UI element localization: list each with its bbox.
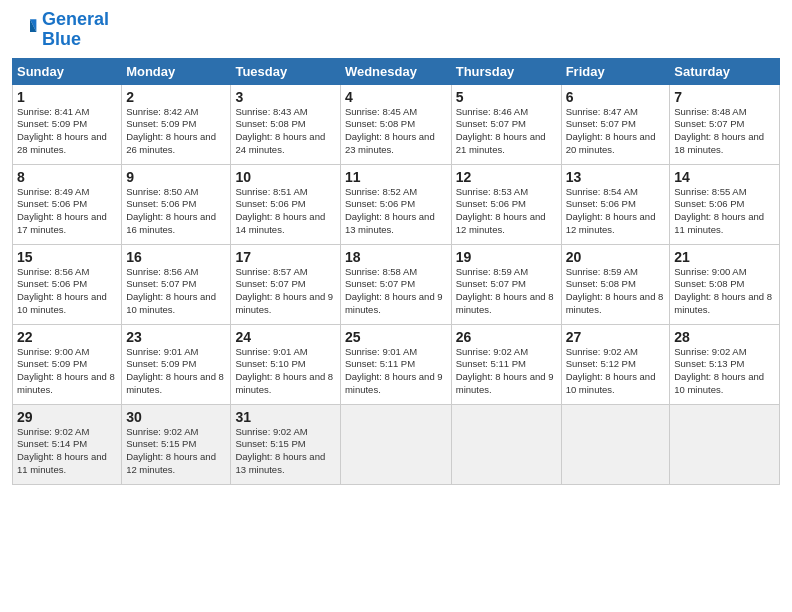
day-info: Sunrise: 8:41 AMSunset: 5:09 PMDaylight:… [17,106,107,155]
day-cell: 18Sunrise: 8:58 AMSunset: 5:07 PMDayligh… [340,244,451,324]
day-info: Sunrise: 8:45 AMSunset: 5:08 PMDaylight:… [345,106,435,155]
day-number: 30 [126,409,226,425]
calendar-table: SundayMondayTuesdayWednesdayThursdayFrid… [12,58,780,485]
day-number: 9 [126,169,226,185]
logo-text: General Blue [42,10,109,50]
day-number: 26 [456,329,557,345]
day-number: 31 [235,409,335,425]
week-row-3: 15Sunrise: 8:56 AMSunset: 5:06 PMDayligh… [13,244,780,324]
day-cell: 8Sunrise: 8:49 AMSunset: 5:06 PMDaylight… [13,164,122,244]
days-header-row: SundayMondayTuesdayWednesdayThursdayFrid… [13,58,780,84]
day-cell: 4Sunrise: 8:45 AMSunset: 5:08 PMDaylight… [340,84,451,164]
day-number: 27 [566,329,666,345]
day-number: 3 [235,89,335,105]
day-cell: 25Sunrise: 9:01 AMSunset: 5:11 PMDayligh… [340,324,451,404]
calendar-body: 1Sunrise: 8:41 AMSunset: 5:09 PMDaylight… [13,84,780,484]
day-cell: 21Sunrise: 9:00 AMSunset: 5:08 PMDayligh… [670,244,780,324]
day-cell: 17Sunrise: 8:57 AMSunset: 5:07 PMDayligh… [231,244,340,324]
day-number: 19 [456,249,557,265]
day-info: Sunrise: 8:49 AMSunset: 5:06 PMDaylight:… [17,186,107,235]
day-cell: 12Sunrise: 8:53 AMSunset: 5:06 PMDayligh… [451,164,561,244]
day-cell: 15Sunrise: 8:56 AMSunset: 5:06 PMDayligh… [13,244,122,324]
day-number: 25 [345,329,447,345]
day-header-thursday: Thursday [451,58,561,84]
day-info: Sunrise: 8:48 AMSunset: 5:07 PMDaylight:… [674,106,764,155]
day-info: Sunrise: 8:57 AMSunset: 5:07 PMDaylight:… [235,266,333,315]
day-cell: 20Sunrise: 8:59 AMSunset: 5:08 PMDayligh… [561,244,670,324]
day-number: 29 [17,409,117,425]
day-info: Sunrise: 8:56 AMSunset: 5:07 PMDaylight:… [126,266,216,315]
day-info: Sunrise: 9:02 AMSunset: 5:11 PMDaylight:… [456,346,554,395]
day-info: Sunrise: 8:43 AMSunset: 5:08 PMDaylight:… [235,106,325,155]
day-cell: 23Sunrise: 9:01 AMSunset: 5:09 PMDayligh… [122,324,231,404]
week-row-5: 29Sunrise: 9:02 AMSunset: 5:14 PMDayligh… [13,404,780,484]
day-cell: 6Sunrise: 8:47 AMSunset: 5:07 PMDaylight… [561,84,670,164]
logo-general: General [42,9,109,29]
day-number: 8 [17,169,117,185]
day-info: Sunrise: 8:56 AMSunset: 5:06 PMDaylight:… [17,266,107,315]
day-header-tuesday: Tuesday [231,58,340,84]
day-cell: 26Sunrise: 9:02 AMSunset: 5:11 PMDayligh… [451,324,561,404]
day-cell: 14Sunrise: 8:55 AMSunset: 5:06 PMDayligh… [670,164,780,244]
day-cell [451,404,561,484]
day-cell: 31Sunrise: 9:02 AMSunset: 5:15 PMDayligh… [231,404,340,484]
day-cell: 19Sunrise: 8:59 AMSunset: 5:07 PMDayligh… [451,244,561,324]
day-info: Sunrise: 8:46 AMSunset: 5:07 PMDaylight:… [456,106,546,155]
day-number: 21 [674,249,775,265]
day-cell [340,404,451,484]
day-cell: 1Sunrise: 8:41 AMSunset: 5:09 PMDaylight… [13,84,122,164]
logo-icon [14,16,38,40]
day-number: 15 [17,249,117,265]
day-number: 6 [566,89,666,105]
day-cell: 29Sunrise: 9:02 AMSunset: 5:14 PMDayligh… [13,404,122,484]
day-cell: 3Sunrise: 8:43 AMSunset: 5:08 PMDaylight… [231,84,340,164]
week-row-1: 1Sunrise: 8:41 AMSunset: 5:09 PMDaylight… [13,84,780,164]
day-info: Sunrise: 8:54 AMSunset: 5:06 PMDaylight:… [566,186,656,235]
day-info: Sunrise: 9:01 AMSunset: 5:11 PMDaylight:… [345,346,443,395]
day-info: Sunrise: 8:50 AMSunset: 5:06 PMDaylight:… [126,186,216,235]
day-number: 7 [674,89,775,105]
day-number: 1 [17,89,117,105]
day-cell [670,404,780,484]
day-info: Sunrise: 9:02 AMSunset: 5:15 PMDaylight:… [235,426,325,475]
day-info: Sunrise: 8:51 AMSunset: 5:06 PMDaylight:… [235,186,325,235]
day-info: Sunrise: 9:00 AMSunset: 5:08 PMDaylight:… [674,266,772,315]
day-info: Sunrise: 9:02 AMSunset: 5:13 PMDaylight:… [674,346,764,395]
day-number: 10 [235,169,335,185]
day-header-friday: Friday [561,58,670,84]
day-cell: 22Sunrise: 9:00 AMSunset: 5:09 PMDayligh… [13,324,122,404]
day-number: 17 [235,249,335,265]
day-number: 11 [345,169,447,185]
day-info: Sunrise: 9:01 AMSunset: 5:10 PMDaylight:… [235,346,333,395]
day-info: Sunrise: 9:02 AMSunset: 5:14 PMDaylight:… [17,426,107,475]
day-number: 4 [345,89,447,105]
day-info: Sunrise: 9:02 AMSunset: 5:12 PMDaylight:… [566,346,656,395]
day-cell: 10Sunrise: 8:51 AMSunset: 5:06 PMDayligh… [231,164,340,244]
day-number: 12 [456,169,557,185]
day-number: 23 [126,329,226,345]
day-cell: 7Sunrise: 8:48 AMSunset: 5:07 PMDaylight… [670,84,780,164]
day-info: Sunrise: 8:55 AMSunset: 5:06 PMDaylight:… [674,186,764,235]
day-cell: 2Sunrise: 8:42 AMSunset: 5:09 PMDaylight… [122,84,231,164]
day-number: 5 [456,89,557,105]
day-cell: 5Sunrise: 8:46 AMSunset: 5:07 PMDaylight… [451,84,561,164]
day-cell: 30Sunrise: 9:02 AMSunset: 5:15 PMDayligh… [122,404,231,484]
day-header-wednesday: Wednesday [340,58,451,84]
day-number: 22 [17,329,117,345]
week-row-4: 22Sunrise: 9:00 AMSunset: 5:09 PMDayligh… [13,324,780,404]
day-info: Sunrise: 9:00 AMSunset: 5:09 PMDaylight:… [17,346,115,395]
day-number: 20 [566,249,666,265]
day-cell [561,404,670,484]
day-info: Sunrise: 8:47 AMSunset: 5:07 PMDaylight:… [566,106,656,155]
day-info: Sunrise: 9:01 AMSunset: 5:09 PMDaylight:… [126,346,224,395]
day-number: 16 [126,249,226,265]
day-info: Sunrise: 8:59 AMSunset: 5:08 PMDaylight:… [566,266,664,315]
day-number: 13 [566,169,666,185]
day-info: Sunrise: 9:02 AMSunset: 5:15 PMDaylight:… [126,426,216,475]
day-info: Sunrise: 8:58 AMSunset: 5:07 PMDaylight:… [345,266,443,315]
day-number: 2 [126,89,226,105]
logo-blue: Blue [42,29,81,49]
calendar-container: General Blue SundayMondayTuesdayWednesda… [0,0,792,495]
day-cell: 28Sunrise: 9:02 AMSunset: 5:13 PMDayligh… [670,324,780,404]
day-number: 14 [674,169,775,185]
